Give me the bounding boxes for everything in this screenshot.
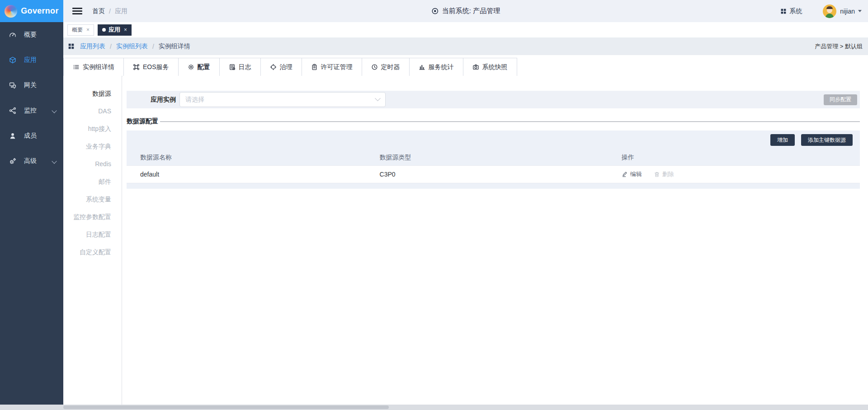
avatar[interactable]: [823, 5, 836, 18]
page-tag[interactable]: 应用 ×: [98, 24, 132, 36]
tab[interactable]: 服务统计: [409, 58, 463, 76]
horizontal-scrollbar[interactable]: [0, 405, 868, 410]
sidebar-item[interactable]: 监控: [0, 98, 63, 123]
trash-icon: [654, 171, 660, 177]
tab-label: EOS服务: [143, 63, 169, 71]
gears-icon: [9, 158, 16, 165]
breadcrumb-separator: /: [152, 43, 154, 50]
chevron-down-icon[interactable]: [858, 10, 862, 12]
breadcrumb-current-page: 实例组详情: [159, 42, 190, 51]
username[interactable]: nijian: [840, 8, 855, 15]
app-window: Governor 首页 / 应用 当前系统: 产品管理 系统 nijian: [0, 0, 868, 410]
sidebar-item[interactable]: 网关: [0, 73, 63, 98]
user-icon: [9, 132, 16, 140]
sidebar-item[interactable]: 高级: [0, 149, 63, 174]
submenu-item[interactable]: 业务字典: [63, 138, 122, 155]
submenu-item[interactable]: 数据源: [63, 85, 122, 102]
page-tag-label: 概要: [72, 26, 83, 34]
monitor-icon: [9, 107, 16, 114]
breadcrumb-link-instance-group-list[interactable]: 实例组列表: [116, 42, 148, 51]
breadcrumb-home-link[interactable]: 首页: [92, 7, 105, 15]
add-primary-key-datasource-button[interactable]: 添加主键数据源: [801, 134, 853, 146]
table-body: default C3P0 编辑 删除: [127, 165, 860, 183]
tab-label: 系统快照: [482, 63, 508, 71]
section-title: 数据源配置: [127, 117, 158, 126]
grid-icon: [780, 8, 787, 14]
scrollbar-thumb[interactable]: [63, 405, 389, 409]
tab-label: 许可证管理: [321, 63, 353, 71]
datasource-table-card: 增加 添加主键数据源 数据源名称 数据源类型 操作 default C3P0: [127, 130, 860, 189]
instance-select-row: 应用实例 请选择 同步配置: [127, 91, 860, 108]
breadcrumb-current: 应用: [115, 7, 127, 15]
tab-label: 服务统计: [429, 63, 454, 71]
gear-icon: [188, 64, 194, 70]
tab-label: 治理: [280, 63, 292, 71]
column-header-name: 数据源名称: [127, 154, 380, 162]
sync-config-button[interactable]: 同步配置: [824, 94, 857, 105]
delete-label: 删除: [662, 170, 674, 178]
submenu-item[interactable]: Redis: [63, 155, 122, 173]
tab[interactable]: 配置: [178, 58, 219, 76]
breadcrumb-bar: 应用列表 / 实例组列表 / 实例组详情 产品管理 > 默认组: [63, 37, 868, 55]
tag-bar: 概要 × 应用 ×: [63, 22, 868, 37]
sidebar-item-label: 高级: [24, 157, 37, 165]
timer-icon: [371, 64, 378, 70]
cube-icon: [9, 56, 16, 64]
datasource-type-cell: C3P0: [380, 171, 622, 178]
gateway-icon: [9, 82, 16, 89]
column-header-actions: 操作: [622, 154, 860, 162]
list-icon: [73, 64, 80, 70]
sidebar-item-label: 网关: [24, 81, 37, 89]
submenu-item[interactable]: DAS: [63, 102, 122, 120]
breadcrumb-separator: /: [109, 8, 111, 15]
submenu-item[interactable]: 系统变量: [63, 191, 122, 208]
sidebar-item[interactable]: 概要: [0, 22, 63, 47]
logo[interactable]: Governor: [0, 0, 63, 22]
edit-label: 编辑: [630, 170, 642, 178]
tab[interactable]: 实例组详情: [63, 58, 123, 76]
datasource-section-header: 数据源配置: [127, 117, 860, 126]
tab[interactable]: EOS服务: [123, 58, 178, 76]
table-header: 数据源名称 数据源类型 操作: [127, 150, 860, 165]
sidebar-item-label: 概要: [24, 31, 37, 39]
product-group-label: 产品管理 > 默认组: [815, 42, 863, 51]
add-button[interactable]: 增加: [770, 134, 795, 146]
sidebar-item[interactable]: 应用: [0, 47, 63, 73]
sidebar-item[interactable]: 成员: [0, 123, 63, 149]
submenu-item[interactable]: 监控参数配置: [63, 208, 122, 226]
row-actions-cell: 编辑 删除: [622, 170, 860, 178]
hamburger-menu-icon[interactable]: [72, 8, 82, 14]
tab[interactable]: 许可证管理: [302, 58, 362, 76]
edit-action[interactable]: 编辑: [622, 170, 642, 178]
submenu-item[interactable]: 日志配置: [63, 226, 122, 243]
chevron-down-icon: [52, 108, 57, 113]
sidebar-item-label: 监控: [24, 107, 37, 115]
logo-text: Governor: [21, 6, 58, 16]
system-menu-button[interactable]: 系统: [780, 7, 802, 15]
instance-label: 应用实例: [151, 96, 176, 104]
tab[interactable]: 定时器: [362, 58, 409, 76]
column-header-type: 数据源类型: [380, 154, 622, 162]
delete-action[interactable]: 删除: [654, 170, 674, 178]
gauge-icon: [9, 31, 16, 38]
close-icon[interactable]: ×: [124, 27, 127, 33]
main-sidebar: 概要 应用 网关 监控 成员 高级: [0, 22, 63, 410]
breadcrumb-separator: /: [110, 43, 112, 50]
tab[interactable]: 日志: [219, 58, 260, 76]
config-content: 应用实例 请选择 同步配置 数据源配置 增加 添加主键数据源 数据源名称 数据源…: [123, 76, 868, 405]
page-tag[interactable]: 概要 ×: [67, 24, 94, 36]
chevron-down-icon: [375, 95, 381, 101]
section-tabs: 实例组详情 EOS服务 配置 日志 治理 许可证管理 定时器 服: [63, 58, 868, 76]
tab[interactable]: 治理: [260, 58, 302, 76]
datasource-name-cell: default: [127, 171, 380, 178]
sidebar-item-label: 应用: [24, 56, 37, 64]
submenu-item[interactable]: 自定义配置: [63, 243, 122, 261]
header-breadcrumb: 首页 / 应用: [92, 7, 127, 15]
submenu-item[interactable]: 邮件: [63, 173, 122, 191]
tab[interactable]: 系统快照: [463, 58, 517, 76]
submenu-item[interactable]: http接入: [63, 120, 122, 138]
close-icon[interactable]: ×: [86, 27, 90, 33]
breadcrumb-link-app-list[interactable]: 应用列表: [80, 42, 105, 51]
apps-grid-icon[interactable]: [68, 43, 75, 50]
instance-select[interactable]: 请选择: [179, 92, 386, 107]
